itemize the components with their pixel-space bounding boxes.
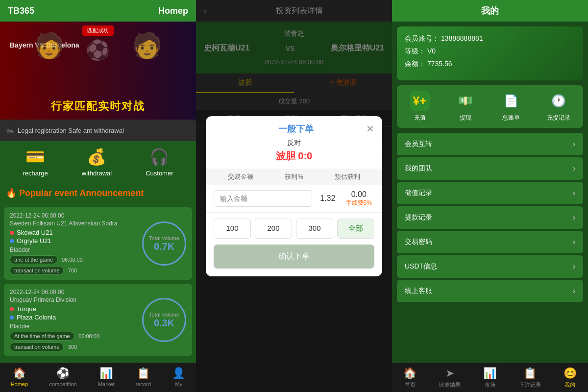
- level-label: 等级：: [405, 47, 425, 55]
- event-time-2: 2022-12-24 06:00:00: [10, 289, 137, 295]
- quick-withdraw[interactable]: 💵 提现: [456, 91, 475, 122]
- menu-my-team-label: 我的团队: [405, 164, 432, 173]
- menu-online-support[interactable]: 线上客服 ›: [397, 280, 583, 302]
- nav-competition-label: competition: [49, 381, 76, 387]
- circle-chart-2: Total volume 0.3K: [142, 298, 186, 342]
- balance-label: 余额：: [405, 60, 425, 68]
- nav-competition[interactable]: ⚽ competition: [49, 367, 76, 390]
- modal-highlight: 波胆 0:0: [206, 149, 382, 163]
- event-info-2: 2022-12-24 06:00:00 Uruguay Primera Divi…: [10, 289, 137, 351]
- record-nav-icon: 📋: [137, 367, 150, 380]
- amount-200[interactable]: 200: [255, 219, 292, 239]
- estimated-value: 0.00: [343, 190, 375, 199]
- member-label: 会员账号：: [405, 34, 439, 42]
- right-header: 我的: [392, 0, 588, 22]
- right-nav-market[interactable]: 📊 市场: [483, 367, 496, 390]
- menu-my-team[interactable]: 我的团队 ›: [397, 157, 583, 180]
- promo-bar: 🐜 Legal registration Safe ant withdrawal: [0, 120, 196, 141]
- modal-title: 一般下单: [225, 123, 366, 135]
- action-buttons: 💳 recharge 💰 withdrawal 🎧 Customer: [0, 141, 196, 183]
- total-vol-label-1: Total volume: [149, 235, 179, 241]
- customer-button[interactable]: 🎧 Customer: [146, 147, 173, 177]
- recharge-icon: 💳: [23, 147, 48, 167]
- event-tag-vol-1: transaction volume: [10, 266, 64, 275]
- right-nav-home[interactable]: 🏠 首页: [403, 367, 416, 390]
- event-tag-vol-2: transaction volume: [10, 343, 64, 351]
- amount-100[interactable]: 100: [214, 219, 251, 239]
- arrow-icon-4: ›: [573, 238, 575, 246]
- member-value: 13888888881: [441, 34, 483, 42]
- right-panel: 我的 会员账号： 13888888881 等级： V0 余额： 7735.56 …: [392, 0, 588, 392]
- event-info-1: 2022-12-24 06:00:00 Sweden Folksam U21 A…: [10, 212, 137, 275]
- event-vol-val-2: 300: [68, 344, 77, 350]
- event-vol-val-1: 700: [68, 268, 77, 273]
- right-bottom-nav: 🏠 首页 ➤ 比赛结果 📊 市场 📋 下注记录 😊 我的: [392, 363, 588, 392]
- right-nav-market-label: 市场: [485, 381, 495, 389]
- home-nav-icon: 🏠: [13, 367, 26, 380]
- menu-support-label: 线上客服: [405, 287, 432, 295]
- right-nav-bet-record[interactable]: 📋 下注记录: [519, 367, 541, 390]
- menu-deposit-record[interactable]: 储值记录 ›: [397, 182, 583, 204]
- nav-homep-label: Homep: [11, 381, 28, 387]
- circle-chart-1: Total volume 0.7K: [142, 221, 186, 266]
- modal-col-estimated: 预估获利: [321, 172, 374, 181]
- customer-icon: 🎧: [147, 147, 172, 167]
- quick-recharge[interactable]: ¥+ 充值: [410, 91, 430, 122]
- withdrawal-button[interactable]: 💰 withdrawal: [82, 147, 112, 177]
- event-tag-time-2: 06:00:00: [78, 333, 99, 339]
- menu-withdraw-record[interactable]: 提款记录 ›: [397, 206, 583, 229]
- amount-input[interactable]: [214, 190, 312, 207]
- nav-market[interactable]: 📊 Market: [98, 367, 115, 390]
- event-time-1: 2022-12-24 06:00:00: [10, 212, 137, 219]
- nav-record-label: record: [136, 381, 151, 387]
- menu-member-transfer[interactable]: 会员互转 ›: [397, 133, 583, 155]
- right-nav-results[interactable]: ➤ 比赛结果: [439, 367, 461, 390]
- menu-usdt-label: USDT信息: [405, 262, 437, 271]
- user-card: 会员账号： 13888888881 等级： V0 余额： 7735.56: [397, 26, 583, 80]
- player-icon-left: 🧑: [34, 31, 64, 60]
- right-market-icon: 📊: [483, 367, 496, 380]
- customer-label: Customer: [146, 170, 173, 177]
- menu-usdt[interactable]: USDT信息 ›: [397, 255, 583, 278]
- amount-all[interactable]: 全部: [337, 219, 374, 239]
- middle-panel: ‹ 投资列表详情 瑞青超 史柯瓦德U21 VS 奥尔格里特U21 2022-12…: [196, 0, 392, 392]
- arrow-icon-1: ›: [573, 164, 575, 173]
- recharge-label: recharge: [23, 170, 48, 177]
- amount-300[interactable]: 300: [296, 219, 333, 239]
- member-id-row: 会员账号： 13888888881: [405, 34, 575, 43]
- nav-market-label: Market: [98, 381, 115, 387]
- left-header: TB365 Homep: [0, 0, 196, 22]
- withdrawal-icon: 💰: [84, 147, 109, 167]
- menu-trade-password[interactable]: 交易密码 ›: [397, 231, 583, 253]
- balance-value: 7735.56: [427, 60, 452, 68]
- quick-statement[interactable]: 📄 总账单: [501, 91, 521, 122]
- modal-overlay: 一般下单 ✕ 反对 波胆 0:0 交易金额 获利% 预估获利 1.32 0.00…: [196, 0, 392, 392]
- modal-close-button[interactable]: ✕: [366, 123, 374, 135]
- nav-record[interactable]: 📋 record: [136, 367, 151, 390]
- promo-text: Legal registration Safe ant withdrawal: [18, 127, 124, 134]
- quick-history[interactable]: 🕐 充提记录: [547, 91, 570, 122]
- right-nav-results-label: 比赛结果: [439, 381, 461, 389]
- arrow-icon-0: ›: [573, 140, 575, 148]
- confirm-order-button[interactable]: 确认下单: [214, 245, 374, 269]
- right-nav-home-label: 首页: [405, 381, 416, 389]
- right-results-icon: ➤: [445, 367, 454, 380]
- event-league-2: Uruguay Primera Division: [10, 296, 137, 303]
- right-title: 我的: [481, 5, 499, 17]
- my-nav-icon: 👤: [172, 367, 185, 380]
- arrow-icon-6: ›: [573, 287, 575, 295]
- modal-header: 一般下单 ✕: [206, 116, 382, 139]
- popular-title: 🔥 Popular event Announcement: [0, 183, 196, 203]
- nav-my[interactable]: 👤 My: [172, 367, 185, 390]
- recharge-button[interactable]: 💳 recharge: [23, 147, 48, 177]
- order-modal: 一般下单 ✕ 反对 波胆 0:0 交易金额 获利% 预估获利 1.32 0.00…: [206, 116, 382, 276]
- right-nav-record-label: 下注记录: [519, 381, 541, 389]
- right-nav-my[interactable]: 😊 我的: [564, 367, 577, 390]
- event-item-1[interactable]: 2022-12-24 06:00:00 Sweden Folksam U21 A…: [4, 207, 192, 280]
- menu-list: 会员互转 › 我的团队 › 储值记录 › 提款记录 › 交易密码 › USDT信…: [397, 133, 583, 358]
- menu-member-transfer-label: 会员互转: [405, 140, 432, 148]
- event-item-2[interactable]: 2022-12-24 06:00:00 Uruguay Primera Divi…: [4, 284, 192, 356]
- modal-subtitle: 反对: [206, 139, 382, 147]
- event-type-2: Bladder: [10, 323, 137, 330]
- nav-homep[interactable]: 🏠 Homep: [11, 367, 28, 390]
